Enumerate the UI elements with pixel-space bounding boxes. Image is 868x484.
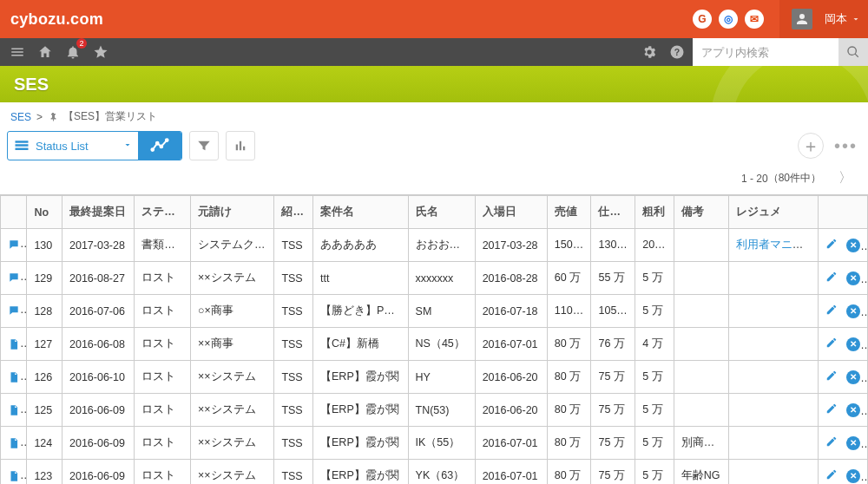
home-icon[interactable]	[33, 40, 57, 64]
column-header[interactable]: 入場日	[475, 196, 547, 229]
filter-button[interactable]	[189, 131, 219, 160]
edit-icon[interactable]	[825, 271, 838, 285]
table-row[interactable]: 1252016-06-09ロスト××システムTSS【ERP】霞が関TN(53)2…	[1, 394, 868, 427]
cell-uri: 110 万	[547, 295, 591, 328]
svg-point-2	[151, 148, 154, 151]
search-input[interactable]	[693, 38, 838, 66]
column-header[interactable]: No	[27, 196, 62, 229]
column-header[interactable]: 紹介元	[274, 196, 313, 229]
pin-icon[interactable]	[48, 112, 58, 122]
service-icon-g[interactable]: G	[693, 10, 712, 29]
hamburger-icon[interactable]	[5, 40, 30, 64]
cell-intro: TSS	[274, 361, 313, 394]
table-row[interactable]: 21302017-03-28書類提案中システムクレイスTSSあああああおおおおお…	[1, 229, 868, 262]
column-header[interactable]	[1, 196, 27, 229]
cell-status: ロスト	[135, 394, 191, 427]
cell-anken: 【ERP】霞が関	[313, 427, 409, 460]
gear-icon[interactable]	[637, 40, 661, 64]
help-icon[interactable]: ?	[665, 40, 689, 64]
document-icon	[8, 371, 20, 383]
cell-anken: 【ERP】霞が関	[313, 394, 409, 427]
column-header[interactable]	[819, 196, 868, 229]
edit-icon[interactable]	[825, 402, 838, 417]
cell-uri: 80 万	[547, 394, 591, 427]
cell-biko	[674, 328, 728, 361]
delete-icon[interactable]: ✕	[846, 436, 860, 450]
service-icon-mail[interactable]: ✉	[745, 10, 764, 29]
bell-icon[interactable]: 2	[61, 40, 85, 64]
next-page[interactable]: 〉	[838, 169, 852, 187]
graph-view-button[interactable]	[138, 132, 181, 160]
table-row[interactable]: 1232016-06-09ロスト××システムTSS【ERP】霞が関YK（63）2…	[1, 460, 868, 485]
brand-logo[interactable]: cybozu.com	[10, 10, 103, 29]
table-row[interactable]: 11282016-07-06ロスト○×商事TSS【勝どき】PMOSM2016-0…	[1, 295, 868, 328]
search-button[interactable]	[838, 38, 868, 66]
table-row[interactable]: 1242016-06-09ロスト××システムTSS【ERP】霞が関IK（55）2…	[1, 427, 868, 460]
cell-biko	[674, 394, 728, 427]
delete-icon[interactable]: ✕	[846, 239, 860, 252]
view-selector[interactable]: Status List	[7, 131, 182, 160]
column-header[interactable]: レジュメ	[728, 196, 818, 229]
cell-moto: ××システム	[191, 361, 274, 394]
list-view-icon	[13, 137, 30, 154]
cell-din: 2016-06-20	[475, 361, 547, 394]
edit-icon[interactable]	[825, 468, 838, 483]
delete-icon[interactable]: ✕	[846, 370, 860, 384]
column-header[interactable]: 氏名	[408, 196, 475, 229]
delete-icon[interactable]: ✕	[846, 337, 860, 351]
table-row[interactable]: 1272016-06-08ロスト××商事TSS【C#】新橋NS（45）2016-…	[1, 328, 868, 361]
star-icon[interactable]	[89, 40, 113, 64]
delete-icon[interactable]: ✕	[846, 304, 860, 318]
service-icon-o[interactable]: ◎	[719, 10, 738, 29]
svg-point-5	[166, 139, 168, 141]
cell-uri: 80 万	[547, 460, 591, 485]
cell-intro: TSS	[274, 460, 313, 485]
delete-icon[interactable]: ✕	[846, 403, 860, 417]
breadcrumb-root[interactable]: SES	[10, 111, 31, 123]
cell-no: 123	[27, 460, 62, 485]
cell-resume	[728, 262, 818, 295]
column-header[interactable]: 売値	[547, 196, 591, 229]
edit-icon[interactable]	[825, 370, 838, 384]
cell-anken: 【ERP】霞が関	[313, 361, 409, 394]
cell-shii: 75 万	[591, 394, 635, 427]
breadcrumb-current: 【SES】営業リスト	[63, 109, 157, 124]
user-menu[interactable]: 岡本	[779, 0, 868, 38]
user-name: 岡本	[825, 11, 847, 27]
cell-resume	[728, 460, 818, 485]
cell-moto: ××商事	[191, 328, 274, 361]
column-header[interactable]: 粗利	[635, 196, 674, 229]
cell-shii: 55 万	[591, 262, 635, 295]
edit-icon[interactable]	[825, 435, 838, 450]
document-icon	[8, 470, 20, 482]
edit-icon[interactable]	[825, 337, 838, 351]
edit-icon[interactable]	[825, 304, 838, 318]
cell-din: 2017-03-28	[475, 229, 547, 262]
column-header[interactable]: 元請け	[191, 196, 274, 229]
column-header[interactable]: 仕入値	[591, 196, 635, 229]
cell-actions: ✕	[819, 328, 868, 361]
cell-moto: ○×商事	[191, 295, 274, 328]
column-header[interactable]: 最終提案日	[62, 196, 134, 229]
more-menu[interactable]: •••	[834, 136, 858, 156]
edit-icon[interactable]	[825, 238, 838, 252]
cell-shii: 75 万	[591, 361, 635, 394]
cell-no: 130	[27, 229, 62, 262]
column-header[interactable]: 案件名	[313, 196, 409, 229]
column-header[interactable]: 備考	[674, 196, 728, 229]
cell-resume: 利用者マニュアル.pdf	[728, 229, 818, 262]
cell-ara: 5 万	[635, 262, 674, 295]
delete-icon[interactable]: ✕	[846, 271, 860, 285]
add-record-button[interactable]: ＋	[798, 133, 824, 159]
table-row[interactable]: 11292016-08-27ロスト××システムTSStttxxxxxxx2016…	[1, 262, 868, 295]
table-row[interactable]: 1262016-06-10ロスト××システムTSS【ERP】霞が関HY2016-…	[1, 361, 868, 394]
cell-date: 2016-06-09	[62, 427, 134, 460]
chevron-down-icon	[851, 14, 861, 24]
cell-status: 書類提案中	[135, 229, 191, 262]
chart-button[interactable]	[226, 131, 255, 160]
column-header[interactable]: ステータス	[135, 196, 191, 229]
cell-din: 2016-07-18	[475, 295, 547, 328]
delete-icon[interactable]: ✕	[846, 469, 860, 483]
cell-no: 124	[27, 427, 62, 460]
resume-link[interactable]: 利用者マニュアル.pdf	[736, 239, 819, 251]
